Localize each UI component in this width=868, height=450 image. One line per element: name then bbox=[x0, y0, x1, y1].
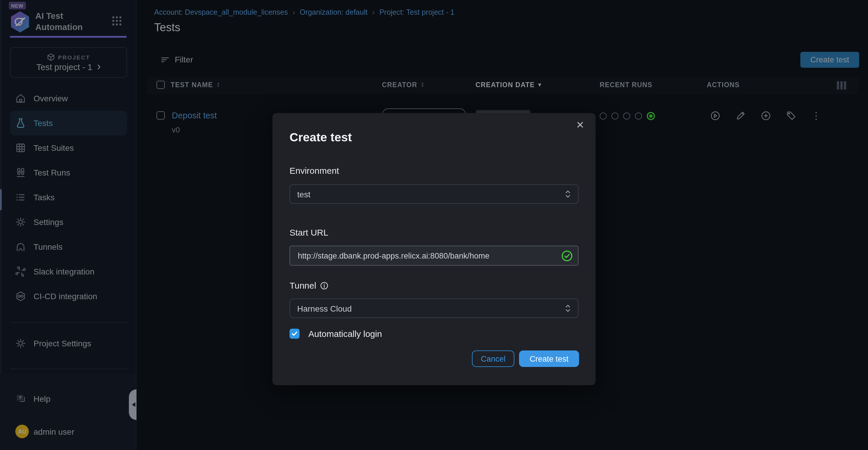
environment-label: Environment bbox=[289, 166, 339, 175]
create-test-submit-button[interactable]: Create test bbox=[519, 350, 579, 367]
start-url-input[interactable] bbox=[289, 246, 579, 265]
tunnel-label: Tunnel bbox=[289, 280, 329, 290]
app-screen: NEW AI Test Automation PROJECT Test proj… bbox=[0, 0, 868, 450]
tunnel-value: Harness Cloud bbox=[297, 304, 565, 313]
check-icon bbox=[291, 331, 298, 337]
tunnel-select[interactable]: Harness Cloud bbox=[289, 299, 579, 318]
create-test-modal: ✕ Create test Environment test Start URL… bbox=[273, 113, 595, 385]
info-icon[interactable] bbox=[320, 281, 329, 289]
cancel-button[interactable]: Cancel bbox=[472, 350, 514, 367]
environment-value: test bbox=[297, 189, 565, 199]
select-chevrons-icon bbox=[565, 303, 571, 313]
modal-title: Create test bbox=[289, 130, 352, 144]
close-icon[interactable]: ✕ bbox=[572, 119, 588, 132]
environment-select[interactable]: test bbox=[289, 185, 579, 204]
select-chevrons-icon bbox=[565, 189, 571, 199]
auto-login-label: Automatically login bbox=[308, 329, 382, 339]
auto-login-checkbox[interactable] bbox=[289, 329, 300, 339]
url-valid-check-icon bbox=[561, 250, 572, 261]
start-url-label: Start URL bbox=[289, 227, 329, 237]
